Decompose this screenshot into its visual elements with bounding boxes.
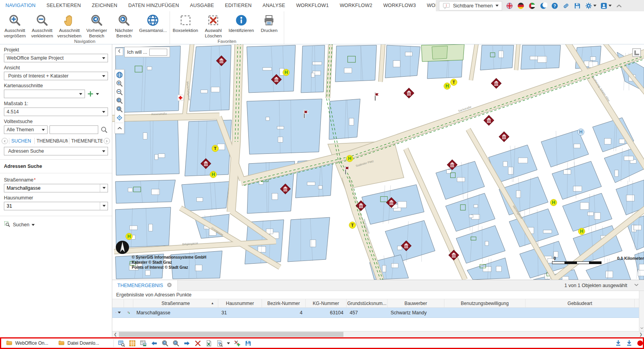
table-layout-icon[interactable] [140, 340, 147, 347]
flag-uae-icon[interactable] [528, 2, 536, 10]
extent-options-caret[interactable] [96, 93, 99, 97]
taskbar-item-1[interactable]: Datei Downlo... [58, 339, 108, 347]
ich-will-widget[interactable]: Ich will ... [124, 47, 170, 57]
marker-flag[interactable] [375, 93, 379, 100]
chevron-down-icon[interactable] [100, 202, 108, 210]
horizontal-scrollbar[interactable]: ❮ ❯ [112, 331, 644, 337]
overview-extent-button[interactable] [115, 71, 124, 79]
marker-museum[interactable] [491, 78, 501, 88]
save-icon[interactable] [573, 2, 581, 10]
ribbon-button-print[interactable]: Drucken [255, 11, 283, 33]
column-header-Grundstücksnum...[interactable]: Grundstücksnum... [347, 299, 387, 307]
user-account-icon[interactable] [600, 2, 612, 10]
ribbon-button-zoom-out[interactable]: Ausschnittverkleinern [28, 11, 56, 39]
show-in-map-button[interactable] [124, 308, 133, 317]
menu-tab-analyse[interactable]: ANALYSE [257, 0, 290, 11]
ribbon-button-identify[interactable]: Identifizieren [227, 11, 255, 33]
search-type-select[interactable]: Adressen Suche [4, 147, 108, 155]
zoom-out-button[interactable] [115, 88, 124, 96]
refresh-selection-icon[interactable] [234, 340, 241, 347]
strassenname-combo[interactable] [4, 184, 108, 192]
visible-themes-dropdown[interactable]: Sichtbare Themen [439, 1, 502, 11]
settings-gear-icon[interactable] [585, 2, 596, 10]
column-header-Benutzungsbewilligung[interactable]: Benutzungsbewilligung [444, 299, 525, 307]
menu-tab-selektieren[interactable]: SELEKTIEREN [41, 0, 86, 11]
marker-t-stop[interactable]: T [451, 79, 457, 86]
marker-cross[interactable] [178, 95, 184, 101]
save-disk-icon[interactable] [244, 340, 252, 347]
ansicht-select[interactable]: Points of Interest + Kataster [4, 72, 108, 80]
ribbon-button-zoom-in[interactable]: Ausschnittvergrößern [1, 11, 28, 39]
scroll-left-button[interactable]: ❮ [112, 331, 119, 337]
add-map-extent-button[interactable] [87, 90, 94, 97]
column-header-Gebäudeart[interactable]: Gebäudeart [525, 299, 635, 307]
record-icon[interactable] [637, 340, 644, 347]
column-header-Hausnummer[interactable]: Hausnummer [218, 299, 262, 307]
tab-themenergebnis[interactable]: THEMENERGEBNIS [112, 280, 178, 291]
collapse-chevron-icon[interactable] [615, 2, 623, 10]
marker-t-stop[interactable]: T [212, 145, 219, 152]
link-icon[interactable] [562, 2, 570, 10]
kartenausschnitte-select[interactable] [4, 90, 85, 98]
download-icon[interactable] [626, 340, 633, 347]
marker-h-stop[interactable]: H [283, 69, 290, 76]
menu-tab-ausgabe[interactable]: AUSGABE [184, 0, 219, 11]
menu-tab-editieren[interactable]: EDITIEREN [219, 0, 257, 11]
suchen-button[interactable]: Suchen [4, 221, 35, 229]
download-icon[interactable] [615, 340, 622, 347]
volltext-scope-select[interactable]: Alle Themen [4, 125, 48, 134]
taskbar-item-0[interactable]: WebOffice On... [6, 339, 56, 347]
table-search-icon[interactable] [118, 340, 125, 347]
sidebar-tab-suchen[interactable]: SUCHEN [9, 138, 33, 144]
zoom-in-button[interactable] [115, 79, 124, 88]
table-row[interactable]: Marschallgasse31463104457Schwartz Mandy [112, 308, 644, 318]
ribbon-button-clear-selection[interactable]: AuswahlLöschen [200, 11, 227, 39]
map-canvas[interactable]: AnnenstraßeMarschallgasseBelgiergasseGri… [112, 44, 644, 280]
menu-tab-workflow1[interactable]: WORKFLOW1 [291, 0, 334, 11]
excel-export-icon[interactable] [205, 340, 212, 347]
menu-tab-zeichnen[interactable]: ZEICHNEN [87, 0, 123, 11]
report-search-icon[interactable] [216, 340, 223, 347]
menu-tab-daten-hinzufügen[interactable]: DATEN HINZUFÜGEN [123, 0, 184, 11]
marker-h-stop[interactable]: H [550, 199, 557, 206]
ribbon-button-box-select[interactable]: Boxselektion [171, 11, 200, 33]
column-header-icon[interactable] [124, 299, 133, 307]
chevron-down-icon[interactable] [633, 282, 639, 289]
marker-t-stop[interactable]: T [349, 222, 356, 229]
ribbon-button-pan-hand[interactable]: Ausschnittverschieben [56, 11, 83, 39]
vertical-scrollbar[interactable] [639, 291, 644, 331]
next-extent-button[interactable] [115, 105, 124, 113]
column-header-icon[interactable] [112, 299, 124, 307]
marker-h-stop[interactable]: H [347, 155, 353, 162]
projekt-select[interactable]: WebOffice Sample Project [4, 54, 108, 62]
menu-tab-workflow2[interactable]: WORKFLOW2 [334, 0, 378, 11]
flag-de-icon[interactable] [517, 2, 525, 10]
close-icon[interactable] [166, 282, 172, 289]
marker-h-stop[interactable]: H [210, 171, 217, 178]
marker-museum[interactable] [499, 132, 509, 142]
column-header-Bauwerber[interactable]: Bauwerber [387, 299, 444, 307]
strassenname-input[interactable] [4, 185, 100, 191]
help-icon[interactable]: ? [551, 2, 559, 10]
volltext-search-input[interactable] [50, 125, 98, 134]
zoom-to-feature-button[interactable] [112, 308, 124, 317]
toolbar-collapse-up-button[interactable] [115, 124, 124, 132]
marker-museum[interactable] [404, 88, 414, 98]
ribbon-button-next-extent[interactable]: NächsterBereich [110, 11, 138, 39]
flag-uk-icon[interactable] [506, 2, 513, 10]
marker-h-stop[interactable]: H [579, 228, 585, 235]
next-view-icon[interactable] [172, 340, 180, 347]
marker-h-stop[interactable]: H [126, 233, 133, 240]
search-icon[interactable] [100, 126, 108, 134]
attribute-table-icon[interactable] [129, 340, 136, 347]
chevron-down-icon[interactable] [100, 184, 108, 192]
ich-will-input[interactable] [149, 49, 167, 56]
hausnummer-input[interactable] [4, 203, 100, 209]
menu-tab-navigation[interactable]: NAVIGATION [0, 0, 41, 11]
prev-view-icon[interactable] [161, 340, 169, 347]
ribbon-button-prev-extent[interactable]: VorherigerBereich [83, 11, 110, 39]
column-header-Straßenname[interactable]: Straßenname▲ [133, 299, 218, 307]
previous-extent-button[interactable] [115, 96, 124, 105]
collapse-sidebar-button[interactable] [115, 48, 123, 56]
ribbon-button-globe[interactable]: Gesamtansi... [138, 11, 168, 33]
